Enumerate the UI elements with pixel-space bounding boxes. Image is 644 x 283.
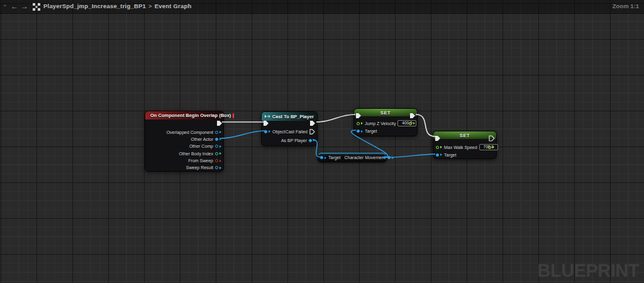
blueprint-graph-icon (33, 3, 40, 11)
pin-object[interactable]: Object (264, 129, 285, 135)
pin-other-body-index[interactable]: Other Body Index (179, 151, 221, 157)
pin-from-sweep[interactable]: From Sweep (188, 158, 221, 164)
event-graph-canvas[interactable] (0, 0, 644, 283)
pin-target[interactable] (320, 155, 326, 160)
exec-out-pin[interactable] (409, 113, 416, 119)
blueprint-watermark: BLUEPRINT (538, 260, 639, 281)
pin-target[interactable]: Target (357, 128, 377, 134)
pin-cast-failed[interactable]: Cast Failed (286, 129, 315, 135)
set-node-title: SET (460, 133, 470, 138)
set-node-header: SET (433, 131, 496, 139)
cast-node-title: Cast To BP_Player (272, 114, 314, 119)
node-set-jump-z-velocity[interactable]: SET Jump Z Velocity 400.0 Target (353, 108, 418, 136)
exec-out-pin[interactable] (489, 135, 495, 142)
pin-other-actor[interactable]: Other Actor (191, 136, 221, 142)
pin-sweep-result[interactable]: Sweep Result (186, 165, 221, 170)
breadcrumb: PlayerSpd_jmp_Increase_trig_BP1>Event Gr… (43, 3, 191, 9)
charmove-target-label: Target (328, 155, 340, 160)
exec-in-pin[interactable] (435, 135, 441, 142)
event-node-title: On Component Begin Overlap (Box) (150, 113, 231, 118)
pin-other-comp[interactable]: Other Comp (189, 143, 221, 149)
collapse-chevron-icon[interactable]: ⌄ (3, 1, 8, 8)
forward-arrow-icon[interactable]: → (21, 2, 28, 11)
cast-icon (265, 114, 270, 119)
pin-target[interactable]: Target (436, 152, 456, 158)
pin-character-movement-out[interactable] (387, 155, 394, 160)
node-on-component-begin-overlap[interactable]: On Component Begin Overlap (Box) Overlap… (145, 111, 224, 172)
cast-failed-exec-icon (309, 129, 315, 135)
set-node-header: SET (354, 109, 417, 116)
exec-in-pin[interactable] (263, 120, 269, 126)
graph-toolbar: ⌄ ← → PlayerSpd_jmp_Increase_trig_BP1>Ev… (0, 0, 644, 14)
exec-out-pin[interactable] (309, 120, 316, 126)
pin-as-bp-player[interactable]: As BP Player (281, 138, 315, 143)
node-character-movement[interactable]: Target Character Movement (317, 153, 387, 162)
node-cast-to-bp-player[interactable]: Cast To BP_Player Object Cast Failed As … (261, 111, 318, 146)
zoom-level-label: Zoom 1:1 (613, 3, 639, 9)
pin-overlapped-component[interactable]: Overlapped Component (167, 130, 221, 135)
breadcrumb-event-graph[interactable]: Event Graph (155, 3, 192, 9)
exec-out-pin[interactable] (216, 120, 223, 126)
node-set-max-walk-speed[interactable]: SET Max Walk Speed 700.0 Target (433, 131, 497, 159)
pin-jump-z-velocity-out[interactable] (409, 121, 415, 126)
charmove-output-label: Character Movement (344, 155, 385, 160)
event-node-header: On Component Begin Overlap (Box) (145, 111, 223, 119)
breadcrumb-separator: > (146, 3, 155, 9)
pin-max-walk-speed-out[interactable] (488, 145, 494, 150)
blueprint-editor: On Component Begin Overlap (Box) Overlap… (0, 0, 644, 283)
breadcrumb-blueprint-name[interactable]: PlayerSpd_jmp_Increase_trig_BP1 (43, 3, 146, 9)
exec-in-pin[interactable] (355, 113, 362, 119)
set-node-title: SET (380, 110, 391, 116)
cast-node-header: Cast To BP_Player (262, 112, 317, 121)
pin-jump-z-velocity[interactable]: Jump Z Velocity 400.0 (357, 121, 416, 126)
back-arrow-icon[interactable]: ← (11, 2, 18, 11)
